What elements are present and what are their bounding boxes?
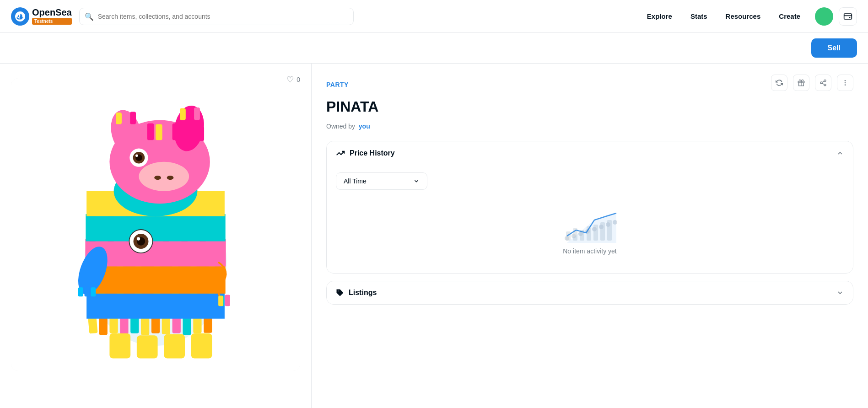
svg-rect-96 [130, 112, 136, 124]
collection-link[interactable]: PARTY [326, 81, 349, 88]
nav-right [815, 7, 857, 26]
nav-create[interactable]: Create [771, 9, 808, 24]
svg-rect-112 [225, 295, 230, 306]
owned-by-label: Owned by [326, 123, 355, 130]
opensea-logo-icon [11, 7, 29, 26]
navbar: OpenSea Testnets 🔍 Explore Stats Resourc… [0, 0, 868, 33]
svg-rect-116 [85, 286, 90, 296]
svg-point-79 [137, 237, 140, 240]
user-avatar[interactable] [815, 7, 833, 26]
svg-line-122 [822, 81, 825, 82]
svg-rect-87 [164, 125, 171, 140]
svg-point-118 [824, 80, 826, 81]
sell-bar: Sell [0, 33, 868, 64]
owner-link[interactable]: you [359, 123, 370, 130]
svg-rect-11 [173, 317, 181, 333]
collapse-icon [836, 150, 844, 157]
listings-card: Listings [326, 281, 853, 305]
chart-placeholder-icon [558, 206, 622, 247]
svg-rect-107 [109, 333, 130, 359]
price-history-title: Price History [350, 149, 395, 157]
svg-rect-99 [194, 107, 200, 120]
left-panel: ♡ 0 [0, 64, 311, 408]
svg-marker-141 [567, 213, 616, 243]
logo-name: OpenSea [32, 8, 72, 17]
nft-image [11, 78, 300, 371]
svg-rect-9 [151, 317, 160, 333]
svg-rect-4 [99, 317, 108, 335]
owned-by-row: Owned by you [326, 123, 853, 130]
item-title: PINATA [326, 98, 853, 115]
svg-rect-0 [844, 14, 852, 19]
svg-line-121 [822, 83, 825, 85]
svg-rect-98 [187, 107, 193, 120]
search-input[interactable] [79, 8, 354, 25]
chevron-down-icon [413, 178, 420, 184]
svg-rect-115 [78, 287, 83, 296]
search-bar: 🔍 [79, 8, 354, 25]
svg-rect-15 [86, 291, 225, 318]
svg-rect-94 [116, 113, 122, 124]
svg-point-125 [845, 84, 846, 86]
svg-rect-13 [193, 317, 201, 333]
wallet-icon[interactable] [839, 7, 857, 26]
price-history-body: All Time [327, 165, 853, 273]
svg-point-124 [845, 82, 846, 84]
main-content: ♡ 0 [0, 64, 868, 408]
right-panel: PARTY [311, 64, 868, 408]
svg-rect-30 [86, 264, 225, 294]
listings-title: Listings [349, 289, 377, 297]
more-button[interactable] [837, 75, 853, 91]
nav-explore[interactable]: Explore [640, 9, 679, 24]
listings-chevron-icon [836, 289, 844, 296]
svg-rect-95 [123, 111, 129, 124]
svg-rect-12 [183, 317, 191, 335]
svg-rect-134 [566, 231, 571, 241]
svg-rect-7 [130, 317, 139, 333]
svg-rect-86 [156, 124, 162, 140]
svg-rect-14 [204, 317, 212, 333]
sell-button[interactable]: Sell [811, 38, 857, 58]
nav-resources[interactable]: Resources [718, 9, 768, 24]
svg-rect-60 [86, 214, 225, 241]
item-actions [771, 75, 853, 91]
svg-rect-10 [162, 317, 170, 334]
no-activity-text: No item activity yet [563, 247, 616, 255]
share-button[interactable] [815, 75, 831, 91]
search-icon: 🔍 [85, 12, 94, 21]
svg-rect-117 [91, 287, 96, 296]
svg-rect-5 [109, 317, 118, 333]
svg-point-102 [167, 176, 174, 180]
svg-point-100 [139, 162, 189, 191]
like-row[interactable]: ♡ 0 [286, 75, 300, 85]
svg-rect-109 [164, 334, 185, 359]
nav-links: Explore Stats Resources Create [640, 9, 808, 24]
tag-icon [336, 289, 344, 297]
chart-icon [336, 149, 345, 158]
svg-point-101 [154, 176, 161, 180]
svg-rect-113 [218, 295, 223, 306]
listings-header[interactable]: Listings [327, 281, 853, 304]
price-history-header[interactable]: Price History [327, 141, 853, 165]
svg-rect-6 [120, 317, 128, 334]
svg-point-106 [135, 154, 138, 156]
svg-point-119 [820, 82, 822, 84]
svg-rect-97 [180, 108, 186, 120]
logo-area[interactable]: OpenSea Testnets [11, 7, 72, 26]
time-filter-select[interactable]: All Time [336, 172, 427, 190]
svg-rect-108 [137, 335, 158, 358]
time-filter-value: All Time [344, 177, 367, 185]
heart-icon: ♡ [286, 75, 294, 85]
testnets-badge: Testnets [32, 18, 72, 25]
like-count: 0 [297, 76, 300, 83]
refresh-button[interactable] [771, 75, 787, 91]
collection-row: PARTY [326, 75, 853, 95]
svg-rect-3 [88, 316, 97, 333]
nav-stats[interactable]: Stats [683, 9, 715, 24]
svg-point-1 [849, 17, 851, 18]
empty-chart: No item activity yet [336, 199, 844, 266]
gift-button[interactable] [793, 75, 809, 91]
svg-rect-85 [147, 123, 154, 140]
price-history-card: Price History All Time [326, 141, 853, 274]
svg-rect-110 [191, 333, 212, 359]
